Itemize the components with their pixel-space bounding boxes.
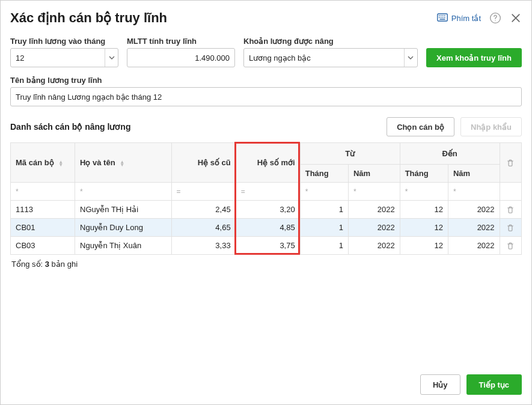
table-row[interactable]: 1113NGuyễn THị Hải2,453,2012022122022 (11, 201, 522, 219)
section-header: Danh sách cán bộ nâng lương Chọn cán bộ … (10, 117, 522, 136)
col-to-year[interactable]: Năm (448, 165, 500, 183)
svg-rect-6 (441, 17, 442, 18)
sort-icon: ▲▼ (120, 160, 124, 166)
field-salary-item: Khoản lương được nâng Lương ngạch bậc (243, 37, 418, 67)
cell-code: CB03 (11, 237, 75, 255)
cell-from-year: 2022 (348, 219, 400, 237)
svg-rect-4 (444, 15, 445, 16)
cell-new: 3,20 (236, 201, 300, 219)
cell-from-month: 1 (300, 219, 348, 237)
section-title: Danh sách cán bộ nâng lương (10, 122, 130, 132)
col-from-year[interactable]: Năm (348, 165, 400, 183)
label-salary-item: Khoản lương được nâng (243, 37, 418, 46)
label-mltt: MLTT tính truy lĩnh (127, 37, 235, 46)
cell-old: 2,45 (171, 201, 236, 219)
svg-rect-1 (439, 15, 440, 16)
cell-name: NGuyễn THị Hải (75, 201, 172, 219)
shortcut-link[interactable]: Phím tắt (437, 13, 481, 23)
cell-old: 3,33 (171, 237, 236, 255)
staff-table: Mã cán bộ ▲▼ Họ và tên ▲▼ Hệ số cũ Hệ số… (10, 142, 522, 255)
dialog-footer: Hủy Tiếp tục (10, 367, 522, 395)
cell-name: Nguyễn Duy Long (75, 219, 172, 237)
keyboard-icon (437, 13, 448, 23)
cell-from-year: 2022 (348, 237, 400, 255)
trash-icon (505, 159, 516, 167)
col-code[interactable]: Mã cán bộ ▲▼ (11, 143, 75, 183)
filter-ty[interactable]: * (448, 183, 500, 201)
import-button: Nhập khẩu (460, 117, 522, 136)
input-sheet-name[interactable]: Truy lĩnh nâng Lương ngạch bậc tháng 12 (10, 87, 522, 106)
cell-from-month: 1 (300, 201, 348, 219)
cell-name: Nguyễn Thị Xuân (75, 237, 172, 255)
header-actions: Phím tắt (437, 12, 522, 24)
cell-to-month: 12 (400, 219, 448, 237)
filters-row: Truy lĩnh lương vào tháng 12 MLTT tính t… (10, 37, 522, 67)
trash-icon (505, 206, 516, 214)
cell-new: 4,85 (236, 219, 300, 237)
cell-to-month: 12 (400, 201, 448, 219)
summary-prefix: Tổng số: (11, 260, 45, 269)
filter-code[interactable]: * (11, 183, 75, 201)
dialog-root: Xác định cán bộ truy lĩnh Phím tắt Truy … (0, 0, 532, 405)
cell-old: 4,65 (171, 219, 236, 237)
col-name[interactable]: Họ và tên ▲▼ (75, 143, 172, 183)
trash-icon (505, 242, 516, 250)
select-salary-item[interactable]: Lương ngạch bậc (243, 48, 418, 67)
help-icon[interactable] (489, 12, 501, 24)
filter-old[interactable]: = (171, 183, 236, 201)
label-sheet-name: Tên bảng lương truy lĩnh (10, 76, 522, 85)
table-row[interactable]: CB01Nguyễn Duy Long4,654,8512022122022 (11, 219, 522, 237)
cell-code: 1113 (11, 201, 75, 219)
summary: Tổng số: 3 bản ghi (10, 255, 522, 273)
col-to-month[interactable]: Tháng (400, 165, 448, 183)
dialog-header: Xác định cán bộ truy lĩnh Phím tắt (10, 10, 522, 26)
svg-rect-8 (444, 17, 445, 18)
table-row[interactable]: CB03Nguyễn Thị Xuân3,333,7512022122022 (11, 237, 522, 255)
svg-rect-5 (439, 17, 440, 18)
col-new[interactable]: Hệ số mới (236, 143, 300, 183)
filter-fm[interactable]: * (300, 183, 348, 201)
svg-rect-3 (442, 15, 444, 16)
grid-wrap: Mã cán bộ ▲▼ Họ và tên ▲▼ Hệ số cũ Hệ số… (10, 142, 522, 255)
summary-suffix: bản ghi (49, 260, 78, 269)
svg-rect-2 (441, 15, 442, 16)
label-month: Truy lĩnh lương vào tháng (10, 37, 118, 46)
input-sheet-name-value: Truy lĩnh nâng Lương ngạch bậc tháng 12 (16, 93, 162, 102)
col-old[interactable]: Hệ số cũ (171, 143, 236, 183)
filter-tm[interactable]: * (400, 183, 448, 201)
field-mltt: MLTT tính truy lĩnh 1.490.000 (127, 37, 235, 67)
cancel-button[interactable]: Hủy (420, 374, 460, 395)
close-icon[interactable] (510, 12, 522, 24)
sort-icon: ▲▼ (58, 160, 63, 166)
col-from: Từ (300, 143, 400, 165)
cell-from-month: 1 (300, 237, 348, 255)
svg-point-11 (495, 20, 495, 21)
filter-fy[interactable]: * (348, 183, 400, 201)
filter-new[interactable]: = (236, 183, 300, 201)
select-salary-item-value: Lương ngạch bậc (249, 53, 311, 62)
field-sheet-name: Tên bảng lương truy lĩnh Truy lĩnh nâng … (10, 76, 522, 106)
input-mltt-value: 1.490.000 (195, 53, 230, 62)
col-to: Đến (400, 143, 500, 165)
col-from-month[interactable]: Tháng (300, 165, 348, 183)
svg-rect-7 (442, 17, 444, 18)
dialog-title: Xác định cán bộ truy lĩnh (10, 10, 167, 26)
cell-delete[interactable] (500, 201, 521, 219)
cell-delete[interactable] (500, 219, 521, 237)
filter-name[interactable]: * (75, 183, 172, 201)
view-button[interactable]: Xem khoản truy lĩnh (426, 48, 522, 67)
input-mltt[interactable]: 1.490.000 (127, 48, 235, 67)
select-month-value: 12 (16, 53, 24, 62)
cell-to-year: 2022 (448, 219, 500, 237)
choose-staff-button[interactable]: Chọn cán bộ (387, 117, 454, 136)
section-actions: Chọn cán bộ Nhập khẩu (387, 117, 522, 136)
continue-button[interactable]: Tiếp tục (466, 374, 522, 395)
col-delete-all[interactable] (500, 143, 521, 183)
field-month: Truy lĩnh lương vào tháng 12 (10, 37, 118, 67)
chevron-down-icon (404, 49, 417, 67)
cell-delete[interactable] (500, 237, 521, 255)
chevron-down-icon (105, 49, 118, 67)
shortcut-label: Phím tắt (451, 14, 481, 23)
cell-code: CB01 (11, 219, 75, 237)
select-month[interactable]: 12 (10, 48, 118, 67)
